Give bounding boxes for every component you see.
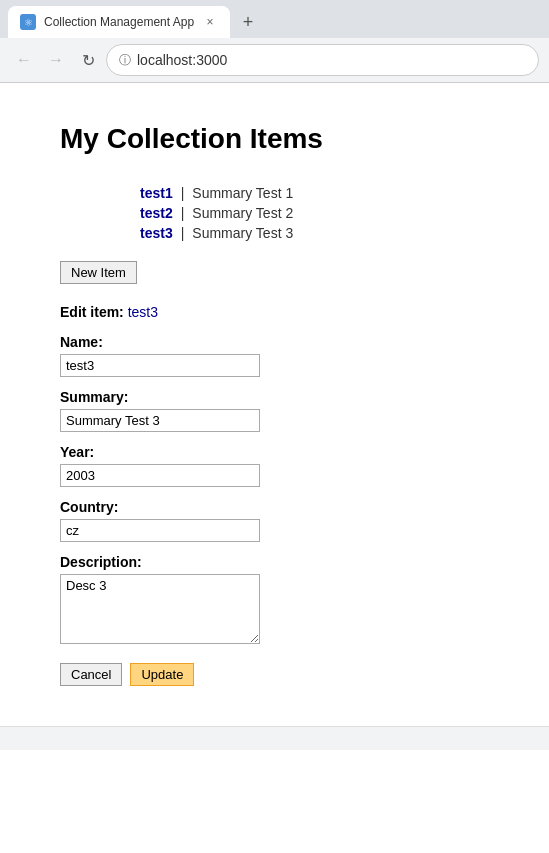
item-link-test2[interactable]: test2 [140, 205, 173, 221]
list-item: test2 | Summary Test 2 [140, 205, 489, 221]
edit-title-item: test3 [128, 304, 158, 320]
active-tab[interactable]: ⚛ Collection Management App × [8, 6, 230, 38]
item-link-test1[interactable]: test1 [140, 185, 173, 201]
reload-button[interactable]: ↻ [74, 46, 102, 74]
name-input[interactable] [60, 354, 260, 377]
item-summary-test3: Summary Test 3 [192, 225, 293, 241]
url-text: localhost:3000 [137, 52, 227, 68]
item-link-test3[interactable]: test3 [140, 225, 173, 241]
country-label: Country: [60, 499, 489, 515]
country-field-group: Country: [60, 499, 489, 542]
item-summary-test1: Summary Test 1 [192, 185, 293, 201]
item-separator: | [181, 205, 185, 221]
tab-title: Collection Management App [44, 15, 194, 29]
edit-title: Edit item: test3 [60, 304, 489, 320]
item-summary-test2: Summary Test 2 [192, 205, 293, 221]
page-title: My Collection Items [60, 123, 489, 155]
page-content: My Collection Items test1 | Summary Test… [0, 83, 549, 726]
close-tab-button[interactable]: × [202, 14, 218, 30]
name-field-group: Name: [60, 334, 489, 377]
item-separator: | [181, 185, 185, 201]
year-input[interactable] [60, 464, 260, 487]
description-textarea[interactable]: Desc 3 [60, 574, 260, 644]
cancel-button[interactable]: Cancel [60, 663, 122, 686]
collection-list: test1 | Summary Test 1 test2 | Summary T… [140, 185, 489, 241]
back-button[interactable]: ← [10, 46, 38, 74]
browser-chrome: ⚛ Collection Management App × + ← → ↻ ⓘ … [0, 0, 549, 83]
description-field-group: Description: Desc 3 [60, 554, 489, 647]
year-field-group: Year: [60, 444, 489, 487]
form-actions: Cancel Update [60, 663, 489, 686]
address-bar[interactable]: ⓘ localhost:3000 [106, 44, 539, 76]
forward-button[interactable]: → [42, 46, 70, 74]
year-label: Year: [60, 444, 489, 460]
list-item: test1 | Summary Test 1 [140, 185, 489, 201]
summary-input[interactable] [60, 409, 260, 432]
tab-bar: ⚛ Collection Management App × + [0, 0, 549, 38]
name-label: Name: [60, 334, 489, 350]
update-button[interactable]: Update [130, 663, 194, 686]
edit-section: Edit item: test3 Name: Summary: Year: Co… [60, 304, 489, 686]
item-separator: | [181, 225, 185, 241]
secure-icon: ⓘ [119, 52, 131, 69]
description-label: Description: [60, 554, 489, 570]
list-item: test3 | Summary Test 3 [140, 225, 489, 241]
bottom-bar [0, 726, 549, 750]
summary-field-group: Summary: [60, 389, 489, 432]
new-item-button[interactable]: New Item [60, 261, 137, 284]
country-input[interactable] [60, 519, 260, 542]
browser-toolbar: ← → ↻ ⓘ localhost:3000 [0, 38, 549, 83]
summary-label: Summary: [60, 389, 489, 405]
tab-favicon-icon: ⚛ [20, 14, 36, 30]
edit-title-label: Edit item: [60, 304, 124, 320]
new-tab-button[interactable]: + [234, 8, 262, 36]
